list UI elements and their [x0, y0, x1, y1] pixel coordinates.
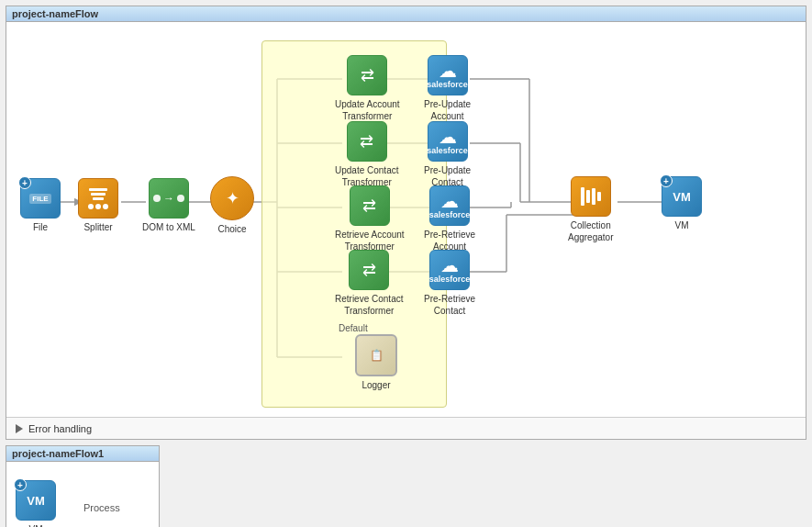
dom-icon: → — [149, 178, 189, 219]
node-pre-retrieve-account[interactable]: ☁ salesforce Pre-RetrieveAccount — [424, 185, 475, 252]
splitter-label: Splitter — [83, 221, 112, 233]
update-contact-t-icon: ⇄ — [347, 121, 387, 162]
aggregator-label: CollectionAggregator — [568, 219, 613, 243]
dom-label: DOM to XML — [142, 221, 195, 233]
splitter-icon — [78, 178, 118, 219]
node-update-account-t[interactable]: ⇄ Update AccountTransformer — [335, 55, 400, 122]
node-splitter[interactable]: Splitter — [78, 178, 118, 233]
pre-retrieve-account-icon: ☁ salesforce — [429, 185, 470, 226]
aggregator-icon — [571, 176, 611, 217]
update-account-t-icon: ⇄ — [347, 55, 387, 95]
pre-update-account-label: Pre-UpdateAccount — [424, 98, 471, 122]
node-retrieve-contact-t[interactable]: ⇄ Retrieve ContactTransformer — [335, 250, 403, 317]
node-vm[interactable]: + VM VM — [662, 176, 702, 231]
update-account-t-label: Update AccountTransformer — [335, 98, 400, 122]
plus-badge-file: + — [18, 176, 31, 189]
vm2-icon: + VM — [16, 480, 56, 521]
node-dom[interactable]: → DOM to XML — [142, 178, 195, 233]
vm2-label: VM — [29, 523, 43, 527]
node-update-contact-t[interactable]: ⇄ Update ContactTransformer — [335, 121, 399, 188]
pre-update-contact-icon: ☁ salesforce — [428, 121, 468, 162]
retrieve-contact-t-icon: ⇄ — [349, 250, 389, 290]
logger-label: Logger — [362, 379, 390, 391]
error-triangle-icon — [16, 424, 23, 433]
error-label-1: Error handling — [28, 423, 92, 434]
flow-title-1: project-nameFlow — [6, 6, 806, 22]
pre-retrieve-contact-icon: ☁ salesforce — [429, 250, 470, 290]
pre-retrieve-contact-label: Pre-RetrieveContact — [424, 293, 475, 317]
choice-symbol: ✦ — [226, 188, 239, 208]
file-label: File — [33, 221, 48, 233]
node-choice[interactable]: ✦ Choice — [210, 176, 254, 235]
vm-icon: + VM — [662, 176, 702, 217]
retrieve-account-t-icon: ⇄ — [350, 185, 390, 226]
choice-icon: ✦ — [210, 176, 254, 220]
vm-text: VM — [673, 190, 691, 204]
file-icon: + FILE — [20, 178, 61, 219]
process-label: Process — [83, 502, 120, 513]
plus-badge-vm2: + — [14, 478, 27, 491]
default-label: Default — [339, 323, 368, 333]
node-pre-update-account[interactable]: ☁ salesforce Pre-UpdateAccount — [424, 55, 471, 122]
node-aggregator[interactable]: CollectionAggregator — [568, 176, 613, 243]
plus-badge-vm: + — [660, 174, 673, 187]
main-container: project-nameFlow — [0, 6, 812, 527]
node-pre-retrieve-contact[interactable]: ☁ salesforce Pre-RetrieveContact — [424, 250, 475, 317]
choice-label: Choice — [217, 223, 246, 235]
flow-panel-2: project-nameFlow1 + VM VM Process Error … — [6, 445, 160, 527]
flow-canvas-2: + VM VM Process — [6, 462, 159, 527]
flow-panel-1: project-nameFlow — [6, 6, 806, 440]
retrieve-contact-t-label: Retrieve ContactTransformer — [335, 293, 403, 317]
vm2-text: VM — [27, 494, 45, 508]
logger-icon: 📋 — [355, 334, 397, 376]
flow-canvas-1: + FILE File — [6, 22, 806, 417]
node-file[interactable]: + FILE File — [20, 178, 61, 233]
node-retrieve-account-t[interactable]: ⇄ Retrieve AccountTransformer — [335, 185, 405, 252]
error-section-1[interactable]: Error handling — [6, 417, 806, 439]
vm-label: VM — [675, 219, 689, 231]
flow-title-2: project-nameFlow1 — [6, 446, 159, 462]
node-logger[interactable]: 📋 Logger — [355, 334, 397, 391]
pre-update-account-icon: ☁ salesforce — [428, 55, 468, 95]
node-vm-2[interactable]: + VM VM — [16, 480, 56, 527]
node-pre-update-contact[interactable]: ☁ salesforce Pre-UpdateContact — [424, 121, 471, 188]
